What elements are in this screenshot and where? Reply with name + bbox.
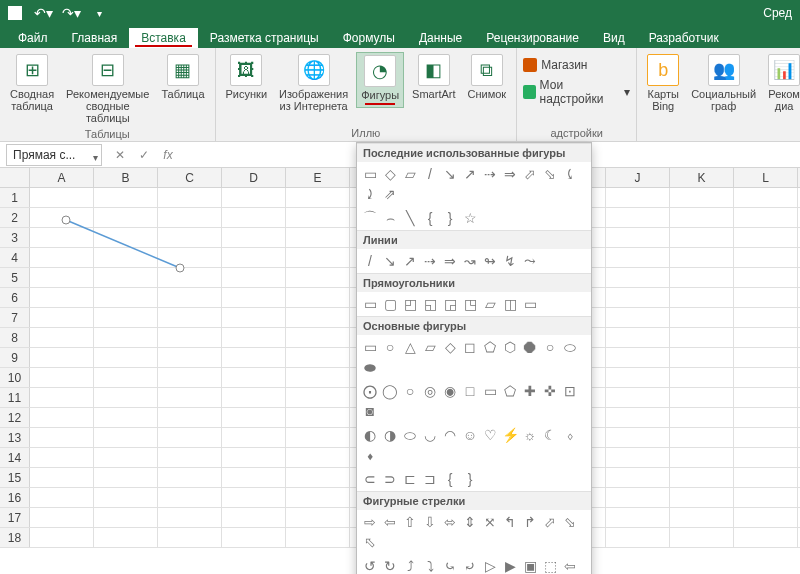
cell[interactable] — [94, 368, 158, 387]
cell[interactable] — [30, 308, 94, 327]
name-box[interactable]: Прямая с...▾ — [6, 144, 102, 166]
cell[interactable] — [734, 308, 798, 327]
cell[interactable] — [94, 268, 158, 287]
shape-gallery-item[interactable]: ⤳ — [521, 252, 539, 270]
cell[interactable] — [670, 328, 734, 347]
shape-gallery-item[interactable]: ◇ — [381, 165, 399, 183]
cell[interactable] — [286, 308, 350, 327]
shape-gallery-item[interactable]: ⬡ — [501, 338, 519, 356]
people-graph-button[interactable]: 👥Социальный граф — [687, 52, 760, 114]
shape-gallery-item[interactable]: △ — [401, 338, 419, 356]
shape-gallery-item[interactable]: ⇧ — [401, 513, 419, 531]
row-header[interactable]: 6 — [0, 288, 30, 307]
shape-gallery-item[interactable]: ▷ — [481, 557, 499, 574]
row-header[interactable]: 18 — [0, 528, 30, 547]
cell[interactable] — [222, 508, 286, 527]
cell[interactable] — [94, 428, 158, 447]
shape-gallery-item[interactable]: { — [421, 209, 439, 227]
shape-gallery-item[interactable]: ♡ — [481, 426, 499, 444]
shape-gallery-item[interactable]: ▱ — [401, 165, 419, 183]
cell[interactable] — [222, 208, 286, 227]
cell[interactable] — [222, 308, 286, 327]
cell[interactable] — [158, 328, 222, 347]
cell[interactable] — [222, 468, 286, 487]
column-header[interactable]: K — [670, 168, 734, 187]
shape-gallery-item[interactable]: ▭ — [521, 295, 539, 313]
row-header[interactable]: 12 — [0, 408, 30, 427]
cell[interactable] — [734, 508, 798, 527]
tab-insert[interactable]: Вставка — [129, 28, 198, 48]
shape-gallery-item[interactable]: ☺ — [461, 426, 479, 444]
cell[interactable] — [30, 468, 94, 487]
cell[interactable] — [30, 408, 94, 427]
cell[interactable] — [222, 368, 286, 387]
shape-gallery-item[interactable]: ⊂ — [361, 470, 379, 488]
cell[interactable] — [606, 408, 670, 427]
shape-gallery-item[interactable]: ⊏ — [401, 470, 419, 488]
shape-gallery-item[interactable]: ↗ — [401, 252, 419, 270]
shape-gallery-item[interactable]: ⬬ — [361, 358, 379, 376]
cell[interactable] — [670, 448, 734, 467]
cancel-icon[interactable]: ✕ — [108, 148, 132, 162]
cell[interactable] — [606, 328, 670, 347]
cell[interactable] — [286, 448, 350, 467]
cell[interactable] — [734, 228, 798, 247]
cell[interactable] — [158, 408, 222, 427]
cell[interactable] — [158, 268, 222, 287]
cell[interactable] — [94, 528, 158, 547]
shape-gallery-item[interactable]: ◑ — [381, 426, 399, 444]
shape-gallery-item[interactable]: ⬧ — [361, 446, 379, 464]
shape-gallery-item[interactable]: ⤹ — [561, 165, 579, 183]
row-header[interactable]: 1 — [0, 188, 30, 207]
shape-gallery-item[interactable]: ↰ — [501, 513, 519, 531]
cell[interactable] — [222, 328, 286, 347]
shape-gallery-item[interactable]: ↗ — [461, 165, 479, 183]
online-pictures-button[interactable]: 🌐Изображения из Интернета — [275, 52, 352, 114]
shape-gallery-item[interactable]: ↯ — [501, 252, 519, 270]
select-all-corner[interactable] — [0, 168, 30, 187]
cell[interactable] — [94, 468, 158, 487]
shape-gallery-item[interactable]: ○ — [381, 338, 399, 356]
cell[interactable] — [158, 228, 222, 247]
cell[interactable] — [30, 528, 94, 547]
recommended-pivot-button[interactable]: ⊟Рекомендуемые сводные таблицы — [62, 52, 153, 126]
cell[interactable] — [158, 208, 222, 227]
cell[interactable] — [158, 428, 222, 447]
shape-gallery-item[interactable]: ◫ — [501, 295, 519, 313]
shape-gallery-item[interactable]: ◳ — [461, 295, 479, 313]
redo-icon[interactable]: ↷▾ — [60, 2, 82, 24]
shape-gallery-item[interactable]: ⯃ — [521, 338, 539, 356]
cell[interactable] — [670, 368, 734, 387]
shape-gallery-item[interactable]: ⤿ — [441, 557, 459, 574]
chevron-down-icon[interactable]: ▾ — [93, 148, 98, 168]
cell[interactable] — [222, 288, 286, 307]
cell[interactable] — [670, 348, 734, 367]
shape-gallery-item[interactable]: ○ — [401, 382, 419, 400]
table-button[interactable]: ▦Таблица — [157, 52, 208, 102]
shape-gallery-item[interactable]: ⇦ — [561, 557, 579, 574]
cell[interactable] — [286, 488, 350, 507]
cell[interactable] — [670, 268, 734, 287]
shape-gallery-item[interactable]: ☾ — [541, 426, 559, 444]
cell[interactable] — [286, 328, 350, 347]
cell[interactable] — [222, 528, 286, 547]
cell[interactable] — [286, 428, 350, 447]
column-header[interactable]: J — [606, 168, 670, 187]
shape-gallery-item[interactable]: ◲ — [441, 295, 459, 313]
row-header[interactable]: 13 — [0, 428, 30, 447]
tab-page-layout[interactable]: Разметка страницы — [198, 28, 331, 48]
cell[interactable] — [606, 368, 670, 387]
cell[interactable] — [286, 248, 350, 267]
tab-view[interactable]: Вид — [591, 28, 637, 48]
tab-data[interactable]: Данные — [407, 28, 474, 48]
shape-gallery-item[interactable]: ╲ — [401, 209, 419, 227]
shape-gallery-item[interactable]: ◯ — [381, 382, 399, 400]
cell[interactable] — [734, 348, 798, 367]
cell[interactable] — [94, 188, 158, 207]
cell[interactable] — [94, 288, 158, 307]
cell[interactable] — [670, 308, 734, 327]
cell[interactable] — [158, 248, 222, 267]
shape-gallery-item[interactable]: ▢ — [381, 295, 399, 313]
column-header[interactable]: A — [30, 168, 94, 187]
cell[interactable] — [286, 268, 350, 287]
